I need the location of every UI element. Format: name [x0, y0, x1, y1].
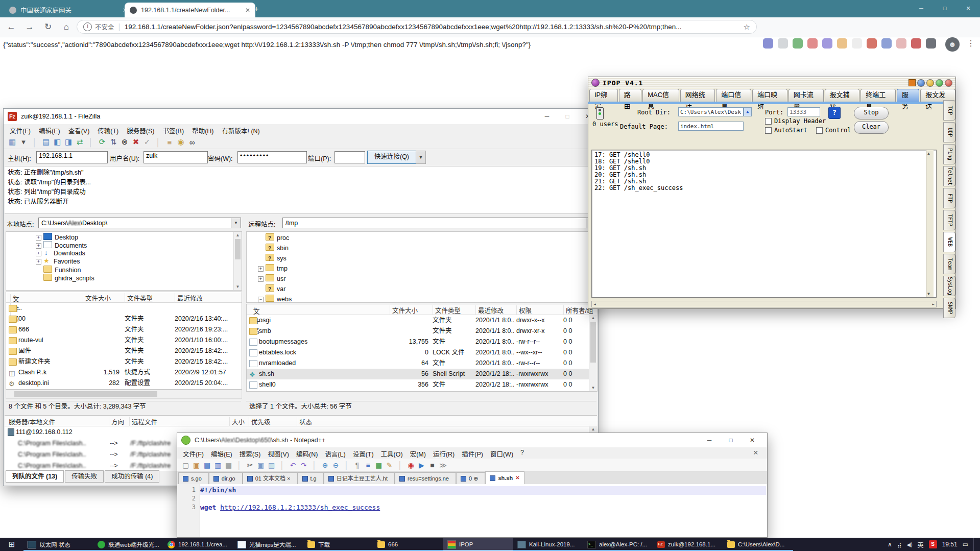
taskbar-app-button[interactable]: 下载 [303, 538, 373, 551]
toolbar-icon[interactable]: ▤ [202, 461, 212, 469]
minimize-button[interactable]: ─ [910, 0, 933, 17]
toolbar-icon[interactable]: ✖ [130, 137, 141, 147]
tree-expander-icon[interactable] [36, 243, 41, 249]
extension-icon[interactable] [881, 38, 892, 49]
start-button[interactable]: ⊞ [0, 538, 23, 551]
toolbar-icon[interactable]: │ [277, 461, 288, 469]
toolbar-icon[interactable]: ▣ [191, 461, 202, 469]
side-tab[interactable]: FTP [943, 188, 955, 208]
toolbar-icon[interactable]: ◧ [52, 137, 63, 147]
volume-icon[interactable]: ◀) [907, 542, 913, 547]
info-icon[interactable]: i [83, 22, 92, 31]
maximize-button[interactable] [926, 79, 934, 87]
toolbar-icon[interactable]: ⇅ [108, 137, 119, 147]
stop-button[interactable]: Stop [854, 107, 889, 119]
taskbar-app-button[interactable]: 联通web端升级光... [93, 538, 163, 551]
menu-item[interactable]: 编码(N) [293, 447, 321, 459]
document-tab[interactable]: 01 文本文档 × [243, 472, 298, 484]
toolbar-icon[interactable]: ⟳ [97, 137, 108, 147]
column-header-size[interactable]: 文件大小 [390, 305, 431, 315]
ipop-titlebar[interactable]: IPOP V4.1 [588, 77, 955, 88]
table-row[interactable]: 固件 文件夹 2020/2/15 18:42:... [6, 346, 242, 356]
table-row[interactable]: sh.sh 56 Shell Script 2020/1/2 18:... -r… [247, 369, 597, 379]
clock[interactable]: 19:51 [942, 541, 958, 548]
menu-item[interactable]: 文件(F) [179, 447, 207, 459]
menu-item[interactable]: 宏(M) [407, 447, 429, 459]
document-tab[interactable]: s.go [178, 472, 209, 484]
tree-item[interactable]: sys [258, 253, 597, 263]
menu-item[interactable]: 查看(V) [64, 124, 94, 135]
tree-item[interactable]: var [258, 284, 597, 294]
toolbar-icon[interactable]: ◉ [405, 461, 416, 469]
restore-button[interactable] [936, 79, 943, 87]
ipop-tab[interactable]: IP绑定 [589, 89, 618, 102]
toolbar-icon[interactable]: ▥ [212, 461, 223, 469]
table-row[interactable]: .. [6, 303, 242, 314]
root-dir-input[interactable]: C:\Users\Alex\Desk [678, 107, 744, 116]
toolbar-icon[interactable]: ↶ [288, 461, 298, 469]
display-header-checkbox[interactable]: Display Header [765, 117, 826, 125]
log-hscrollbar[interactable]: ◄► [591, 301, 937, 307]
extension-icon[interactable] [867, 38, 877, 49]
taskbar-app-button[interactable]: zuik@192.168.1... [653, 538, 723, 551]
taskbar-app-button[interactable]: 光猫mips是大端... [233, 538, 303, 551]
side-tab[interactable]: UDP [943, 122, 955, 142]
document-tab[interactable]: dir.go [209, 472, 243, 484]
scrollbar-thumb[interactable] [14, 391, 157, 397]
side-tab[interactable]: TFTP [943, 210, 955, 230]
side-tab[interactable]: Team [943, 254, 955, 274]
minimize-button[interactable]: ─ [537, 109, 557, 124]
extension-icon[interactable] [837, 38, 847, 49]
tree-item[interactable]: Favorites [36, 257, 242, 266]
quickconnect-dropdown-icon[interactable]: ▼ [416, 151, 426, 164]
table-row[interactable]: desktop.ini 282 配置设置 2020/2/15 20:04:... [6, 378, 242, 389]
autostart-checkbox[interactable]: AutoStart [765, 127, 807, 134]
forward-icon[interactable]: → [23, 21, 36, 33]
maximize-button[interactable]: □ [933, 0, 957, 17]
toolbar-icon[interactable]: │ [341, 461, 352, 469]
table-row[interactable]: 00 文件夹 2020/2/16 13:40:... [6, 314, 242, 324]
menu-item[interactable]: 编辑(E) [207, 447, 236, 459]
extension-icon[interactable] [807, 38, 818, 49]
ipop-tab[interactable]: 端口映射 [752, 89, 787, 102]
port-input[interactable] [334, 151, 365, 163]
menu-item[interactable]: 帮助(H) [188, 124, 218, 135]
toolbar-icon[interactable]: │ [153, 138, 164, 147]
toolbar-icon[interactable]: ↷ [298, 461, 309, 469]
toolbar-icon[interactable]: ▦ [223, 461, 234, 469]
editor-area[interactable]: 1 2 3 #!/bin/sh wget http://192.168.1.2:… [177, 484, 767, 537]
toolbar-icon[interactable]: ✓ [141, 137, 153, 147]
menu-item[interactable]: 文件(F) [6, 124, 35, 135]
scrollbar-thumb[interactable] [590, 322, 596, 363]
document-tab[interactable]: resu=settings.ne [395, 472, 456, 484]
browser-tab-create-new-folder[interactable]: 192.168.1.1/createNewFolder... ✕ [125, 3, 255, 17]
toolbar-icon[interactable]: ▢ [180, 461, 191, 469]
log-scrollbar[interactable]: ▲▼ [926, 150, 934, 297]
column-header[interactable]: 大小 [229, 417, 249, 426]
ipop-tab[interactable]: 路由 [619, 89, 641, 102]
side-tab[interactable]: TCP [943, 100, 955, 121]
port-input[interactable]: 13333 [787, 107, 820, 116]
close-button[interactable] [945, 79, 952, 87]
ipop-tab[interactable]: 服务 [897, 89, 919, 102]
host-input[interactable]: 192.168.1.1 [36, 151, 108, 163]
ipop-tab[interactable]: 网络统计 [680, 89, 715, 102]
menu-item[interactable]: 窗口(W) [487, 447, 517, 459]
minimize-button[interactable] [917, 79, 925, 87]
tree-item[interactable]: tmp [258, 263, 597, 274]
queue-tab[interactable]: 传输失败 [65, 470, 104, 483]
menu-item[interactable]: 搜索(S) [236, 447, 265, 459]
menu-item[interactable]: 服务器(S) [123, 124, 158, 135]
column-header-type[interactable]: 文件类型 [125, 293, 173, 303]
bookmark-star-icon[interactable]: ☆ [744, 22, 750, 32]
column-header-size[interactable]: 文件大小 [83, 293, 122, 303]
taskbar-app-button[interactable]: 以太网 状态 [23, 538, 93, 551]
ipop-tab[interactable]: 报文捕获 [825, 89, 860, 102]
tree-expander-icon[interactable] [258, 297, 264, 302]
toolbar-icon[interactable]: ⊖ [330, 461, 341, 469]
toolbar-icon[interactable]: ▤ [40, 137, 52, 147]
document-tab[interactable]: sh.sh ✕ [485, 471, 524, 484]
toolbar-icon[interactable]: ■ [427, 461, 438, 469]
toolbar-icon[interactable]: ⇄ [74, 137, 85, 147]
pin-icon[interactable] [909, 79, 916, 86]
